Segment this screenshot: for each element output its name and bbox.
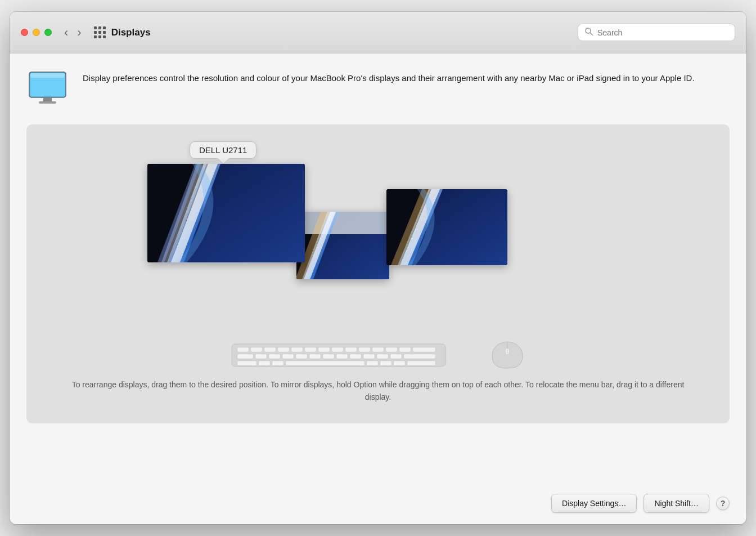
svg-rect-58	[286, 361, 364, 365]
dot	[98, 26, 101, 29]
dot	[98, 35, 101, 38]
svg-rect-40	[399, 347, 411, 352]
svg-rect-50	[350, 354, 361, 359]
svg-rect-46	[296, 354, 307, 359]
svg-rect-32	[291, 347, 303, 352]
svg-rect-53	[390, 354, 402, 359]
minimize-button[interactable]	[33, 29, 40, 36]
display-icon-wrap	[26, 69, 71, 111]
svg-rect-48	[323, 354, 334, 359]
dot	[94, 35, 97, 38]
svg-rect-30	[264, 347, 276, 352]
dot	[94, 31, 97, 34]
svg-rect-33	[305, 347, 316, 352]
instruction-text: To rearrange displays, drag them to the …	[38, 372, 718, 412]
svg-rect-56	[259, 361, 270, 365]
svg-rect-44	[269, 354, 280, 359]
info-row: Display preferences control the resoluti…	[26, 69, 730, 111]
svg-rect-57	[272, 361, 284, 365]
svg-rect-38	[372, 347, 384, 352]
keyboard-icon	[229, 338, 471, 372]
svg-rect-51	[363, 354, 375, 359]
svg-rect-37	[359, 347, 370, 352]
svg-rect-35	[332, 347, 343, 352]
dot	[98, 31, 101, 34]
help-button[interactable]: ?	[716, 497, 730, 510]
titlebar: ‹ › Displays	[10, 12, 746, 53]
search-input[interactable]	[597, 28, 728, 37]
display-callout: DELL U2711	[190, 141, 256, 159]
svg-rect-60	[380, 361, 392, 365]
svg-rect-36	[345, 347, 357, 352]
svg-rect-34	[318, 347, 330, 352]
svg-point-0	[586, 28, 591, 33]
window-title: Displays	[111, 27, 151, 38]
svg-rect-61	[394, 361, 405, 365]
forward-button[interactable]: ›	[74, 25, 84, 40]
mouse-icon	[488, 339, 527, 372]
svg-rect-62	[407, 361, 435, 365]
info-description: Display preferences control the resoluti…	[83, 69, 695, 84]
svg-rect-52	[377, 354, 388, 359]
svg-rect-54	[404, 354, 435, 359]
search-bar[interactable]	[578, 24, 735, 41]
svg-rect-5	[39, 101, 56, 104]
wallpaper-center	[296, 212, 389, 279]
wallpaper-right	[386, 189, 507, 265]
svg-rect-43	[255, 354, 267, 359]
display-right[interactable]	[386, 189, 507, 265]
callout-label: DELL U2711	[199, 145, 247, 155]
display-icon	[26, 69, 71, 109]
dot	[103, 26, 106, 29]
dot	[94, 26, 97, 29]
display-center[interactable]	[296, 212, 389, 279]
display-settings-button[interactable]: Display Settings…	[551, 494, 637, 513]
wallpaper-left	[147, 164, 305, 262]
traffic-lights	[21, 29, 52, 36]
svg-rect-49	[336, 354, 348, 359]
svg-rect-6	[30, 73, 65, 78]
svg-rect-28	[237, 347, 249, 352]
svg-rect-45	[282, 354, 294, 359]
svg-rect-41	[413, 347, 435, 352]
night-shift-button[interactable]: Night Shift…	[644, 494, 709, 513]
dot	[103, 31, 106, 34]
svg-line-1	[590, 33, 592, 35]
display-left[interactable]	[147, 164, 305, 262]
svg-rect-29	[251, 347, 262, 352]
display-arrangement: DELL U2711	[38, 136, 718, 333]
svg-rect-31	[278, 347, 289, 352]
back-button[interactable]: ‹	[61, 25, 71, 40]
svg-rect-47	[309, 354, 321, 359]
search-icon	[585, 28, 593, 37]
bottom-bar: Display Settings… Night Shift… ?	[10, 488, 746, 524]
apps-grid	[94, 26, 106, 38]
svg-rect-4	[43, 97, 52, 102]
content-area: Display preferences control the resoluti…	[10, 53, 746, 488]
close-button[interactable]	[21, 29, 28, 36]
system-preferences-window: ‹ › Displays	[10, 12, 746, 524]
svg-rect-59	[367, 361, 378, 365]
svg-rect-39	[386, 347, 397, 352]
navigation-buttons: ‹ ›	[61, 25, 85, 40]
arrangement-box: DELL U2711	[26, 124, 730, 423]
svg-rect-55	[237, 361, 256, 365]
grid-icon[interactable]	[94, 26, 106, 38]
dot	[103, 35, 106, 38]
svg-rect-42	[237, 354, 253, 359]
svg-rect-18	[296, 212, 389, 234]
peripherals-row	[229, 338, 527, 372]
maximize-button[interactable]	[44, 29, 52, 36]
